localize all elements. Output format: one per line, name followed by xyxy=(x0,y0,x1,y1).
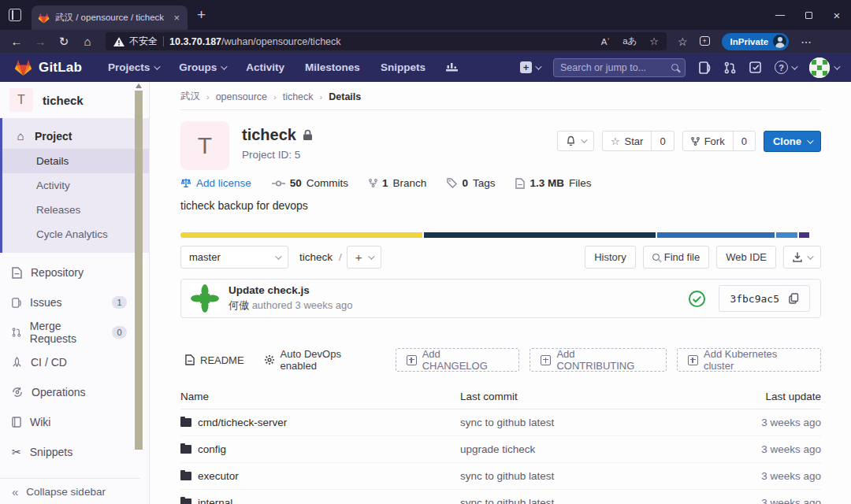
issues-icon[interactable] xyxy=(699,61,711,74)
chart-icon[interactable] xyxy=(437,57,466,77)
sidebar-item-wiki[interactable]: Wiki xyxy=(0,407,149,437)
browser-toolbar: ← → ↻ ⌂ 不安全 10.3.70.187/wuhan/opensource… xyxy=(0,30,851,53)
breadcrumb-project[interactable]: ticheck xyxy=(283,91,314,102)
sidebar-item-operations[interactable]: Operations xyxy=(0,377,149,407)
sidebar-scrollbar[interactable] xyxy=(134,82,143,478)
more-menu-icon[interactable]: ⋯ xyxy=(801,35,812,48)
collapse-sidebar-button[interactable]: « Collapse sidebar xyxy=(0,478,140,504)
commit-message-link[interactable]: sync to github latest xyxy=(460,490,681,504)
new-menu-button[interactable]: + xyxy=(520,61,540,73)
star-button[interactable]: ☆Star xyxy=(603,132,652,150)
gitlab-logo[interactable]: GitLab xyxy=(14,59,82,76)
commit-message-link[interactable]: upgrade ticheck xyxy=(460,436,681,463)
breadcrumb-group[interactable]: 武汉 xyxy=(180,90,200,103)
branch-link[interactable]: 1Branch xyxy=(369,177,426,189)
commit-author[interactable]: 何傲 xyxy=(229,299,249,311)
back-icon[interactable]: ← xyxy=(5,35,28,48)
tab-close-icon[interactable]: × xyxy=(172,12,181,24)
sidebar-item-repository[interactable]: Repository xyxy=(0,258,149,287)
readme-button[interactable]: README xyxy=(180,348,249,372)
minimize-button[interactable]: — xyxy=(766,0,794,30)
project-description: ticheck backup for devops xyxy=(180,199,821,212)
translate-icon[interactable]: aあ xyxy=(622,35,637,47)
language-bar[interactable] xyxy=(180,232,821,238)
breadcrumb-subgroup[interactable]: opensource xyxy=(216,91,267,102)
nav-activity[interactable]: Activity xyxy=(237,57,293,78)
add-kubernetes-button[interactable]: Add Kubernetes cluster xyxy=(677,348,821,372)
todos-icon[interactable] xyxy=(749,61,761,73)
nav-groups[interactable]: Groups xyxy=(170,57,234,78)
add-license-link[interactable]: Add license xyxy=(180,177,251,189)
column-header-name: Name xyxy=(180,386,460,410)
forward-icon[interactable]: → xyxy=(28,35,52,48)
home-icon[interactable]: ⌂ xyxy=(76,35,99,48)
sidebar-item-project[interactable]: ⌂ Project xyxy=(2,123,149,149)
project-avatar-small: T xyxy=(9,88,33,112)
sidebar-item-cycle-analytics[interactable]: Cycle Analytics xyxy=(2,222,149,246)
close-button[interactable]: × xyxy=(823,0,851,30)
address-bar[interactable]: 不安全 10.3.70.187/wuhan/opensource/ticheck… xyxy=(106,32,667,50)
collections-icon[interactable]: + xyxy=(700,35,710,49)
nav-milestones[interactable]: Milestones xyxy=(296,57,369,78)
sidebar-item-snippets[interactable]: ✂ Snippets xyxy=(0,437,149,467)
repo-root-link[interactable]: ticheck xyxy=(299,251,333,263)
tab-actions-icon[interactable] xyxy=(9,9,21,21)
folder-link[interactable]: cmd/ticheck-server xyxy=(180,417,460,428)
search-input[interactable] xyxy=(560,62,667,73)
folder-link[interactable]: config xyxy=(180,443,460,455)
sidebar-item-merge-requests[interactable]: Merge Requests 0 xyxy=(0,317,149,347)
user-menu[interactable] xyxy=(809,57,838,78)
last-update: 3 weeks ago xyxy=(681,490,821,504)
copy-icon[interactable] xyxy=(789,293,799,304)
folder-link[interactable]: internal xyxy=(180,497,460,504)
notification-button[interactable] xyxy=(557,131,594,151)
add-file-button[interactable]: + xyxy=(347,246,381,269)
tags-link[interactable]: 0Tags xyxy=(447,177,495,189)
gear-icon xyxy=(264,354,275,365)
sidebar-item-releases[interactable]: Releases xyxy=(2,198,149,222)
read-aloud-icon[interactable]: Aʾ xyxy=(601,37,611,46)
history-button[interactable]: History xyxy=(585,246,635,269)
branch-selector[interactable]: master xyxy=(180,246,288,269)
files-link[interactable]: 1.3 MBFiles xyxy=(515,177,591,189)
sidebar-item-details[interactable]: Details xyxy=(2,149,149,173)
folder-link[interactable]: executor xyxy=(180,470,460,482)
inprivate-badge[interactable]: InPrivate xyxy=(722,33,790,50)
scroll-up-arrow[interactable] xyxy=(136,83,142,88)
clone-button[interactable]: Clone xyxy=(764,131,821,152)
search-box[interactable] xyxy=(553,58,686,77)
security-warning[interactable]: 不安全 xyxy=(113,35,158,48)
commit-message-link[interactable]: Update check.js xyxy=(229,284,353,296)
add-favorite-icon[interactable]: ☆ xyxy=(649,35,659,47)
sidebar-item-activity[interactable]: Activity xyxy=(2,173,149,198)
browser-tab[interactable]: 武汉 / opensource / ticheck · Gi × xyxy=(32,6,188,30)
commit-message-link[interactable]: sync to github latest xyxy=(460,410,681,436)
nav-projects[interactable]: Projects xyxy=(99,57,167,78)
web-ide-button[interactable]: Web IDE xyxy=(716,246,776,269)
commit-sha[interactable]: 3fbc9ac5 xyxy=(730,293,779,305)
commits-link[interactable]: 50Commits xyxy=(272,177,348,189)
pipeline-success-icon[interactable] xyxy=(688,290,706,308)
find-file-button[interactable]: Find file xyxy=(643,246,710,269)
add-contributing-button[interactable]: Add CONTRIBUTING xyxy=(530,348,667,372)
fork-count[interactable]: 0 xyxy=(733,132,755,150)
commit-message-link[interactable]: sync to github latest xyxy=(460,463,681,490)
add-changelog-button[interactable]: Add CHANGELOG xyxy=(396,348,520,372)
star-count[interactable]: 0 xyxy=(651,132,673,150)
scrollbar-thumb[interactable] xyxy=(135,91,143,450)
nav-snippets[interactable]: Snippets xyxy=(372,57,434,78)
help-menu[interactable]: ? xyxy=(775,61,796,74)
sidebar-item-issues[interactable]: Issues 1 xyxy=(0,287,149,317)
commit-author-line: 何傲 authored 3 weeks ago xyxy=(229,298,353,313)
favorites-bar-icon[interactable]: ☆ xyxy=(678,35,688,48)
download-button[interactable] xyxy=(783,246,821,269)
sidebar-project-header[interactable]: T ticheck xyxy=(0,82,149,118)
maximize-button[interactable] xyxy=(794,0,823,30)
file-tree-table: Name Last commit Last update cmd/ticheck… xyxy=(180,386,821,504)
merge-requests-icon[interactable] xyxy=(724,61,736,74)
refresh-icon[interactable]: ↻ xyxy=(52,35,76,49)
auto-devops-button[interactable]: Auto DevOps enabled xyxy=(259,348,385,372)
fork-button[interactable]: Fork xyxy=(683,132,733,150)
new-tab-button[interactable]: + xyxy=(197,6,206,24)
sidebar-item-ci-cd[interactable]: CI / CD xyxy=(0,347,149,377)
